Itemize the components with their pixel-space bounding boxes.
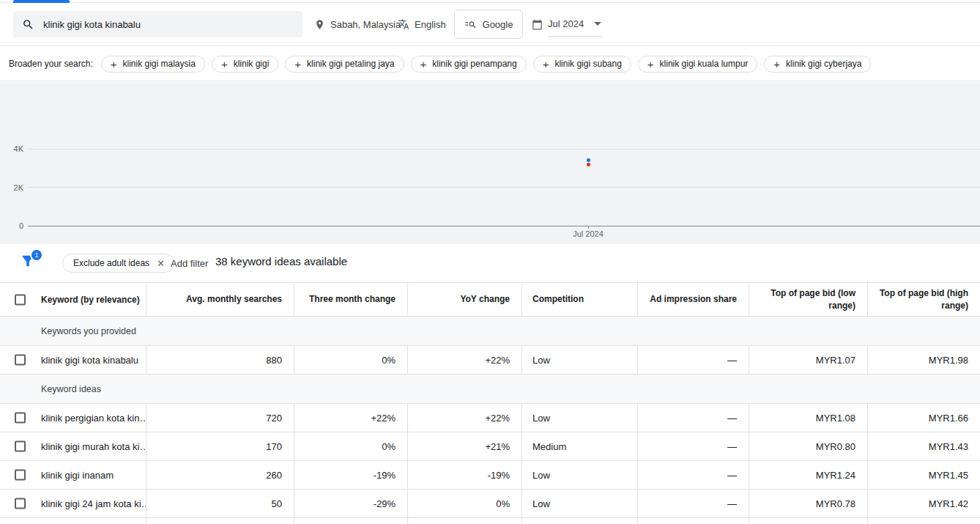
cell-value: MYR1.98 <box>929 355 968 366</box>
keyword-text[interactable]: klinik gigi 24 jam kota ki… <box>41 498 146 509</box>
row-checkbox[interactable] <box>15 355 26 366</box>
broaden-label: Broaden your search: <box>9 59 93 69</box>
plus-icon: + <box>294 59 301 70</box>
table-row: klinik gigi 24 jam kota ki…50-29%0%Low—M… <box>0 490 980 518</box>
tab-strip <box>0 0 980 3</box>
cell-value: MYR1.07 <box>816 355 855 366</box>
table-cell: Low <box>521 346 637 374</box>
column-header[interactable]: Keyword (by relevance) <box>0 283 146 316</box>
date-range-selector[interactable]: Jul 2024 <box>532 11 603 37</box>
cell-value: MYR1.08 <box>816 413 855 424</box>
keyword-text[interactable]: klinik gigi inanam <box>41 470 114 481</box>
table-cell: MYR1.42 <box>867 490 980 517</box>
column-header[interactable]: YoY change <box>407 283 521 316</box>
table-cell: MYR1.43 <box>867 432 980 460</box>
filter-chip-exclude-adult[interactable]: Exclude adult ideas ✕ <box>62 254 174 273</box>
column-header-label: YoY change <box>460 293 510 305</box>
cell-value: MYR1.43 <box>929 441 968 452</box>
keyword-text[interactable]: klinik gigi kota kinabalu <box>41 355 138 366</box>
cell-value: MYR1.42 <box>929 498 968 509</box>
row-checkbox[interactable] <box>15 498 26 509</box>
cell-value: — <box>727 441 737 452</box>
table-header-row: Keyword (by relevance)Avg. monthly searc… <box>0 282 980 317</box>
search-volume-chart: 4K2K0 Jul 2024 <box>0 82 980 244</box>
table-cell: 720 <box>146 404 294 432</box>
cell-value: 170 <box>266 441 282 452</box>
data-point-red[interactable] <box>587 163 590 166</box>
table-cell: 170 <box>146 432 294 460</box>
column-header[interactable]: Competition <box>521 283 637 316</box>
table-cell: MYR1.07 <box>749 346 867 374</box>
language-selector[interactable]: English <box>398 11 446 37</box>
cell-value: MYR1.66 <box>929 413 968 424</box>
column-header-label: Top of page bid (high range) <box>868 287 968 311</box>
translate-icon <box>398 18 409 30</box>
table-cell: Medium <box>521 432 637 460</box>
column-header[interactable]: Top of page bid (low range) <box>749 283 867 316</box>
keyword-ideas-count: 38 keyword ideas available <box>215 255 347 267</box>
table-cell: — <box>637 461 749 489</box>
broaden-chip[interactable]: +klinik gigi <box>212 56 278 73</box>
table-cell: 50 <box>146 490 294 517</box>
broaden-chip-label: klinik gigi subang <box>554 59 621 69</box>
column-header[interactable]: Ad impression share <box>637 283 749 316</box>
network-label: Google <box>483 19 513 30</box>
column-header-label: Top of page bid (low range) <box>749 287 855 311</box>
plus-icon: + <box>543 59 549 70</box>
column-header-label: Keyword (by relevance) <box>41 293 140 305</box>
column-header-label: Three month change <box>309 293 396 305</box>
column-header-label: Avg. monthly searches <box>186 293 282 305</box>
broaden-chip[interactable]: +klinik gigi subang <box>533 56 631 73</box>
keyword-text[interactable]: klinik gigi murah kota ki… <box>41 441 146 452</box>
column-header[interactable]: Three month change <box>294 283 407 316</box>
table-row: klinik gigi murah kota ki…1700%+21%Mediu… <box>0 432 980 461</box>
column-header[interactable]: Top of page bid (high range) <box>867 283 980 316</box>
table-cell: 0% <box>294 346 407 374</box>
table-cell: MYR1.66 <box>867 404 980 432</box>
column-header-label: Ad impression share <box>650 293 737 305</box>
row-checkbox[interactable] <box>15 413 26 424</box>
active-tab-indicator[interactable] <box>13 0 70 3</box>
table-row: klinik pergigian kota kin…720+22%+22%Low… <box>0 404 980 432</box>
location-selector[interactable]: Sabah, Malaysia <box>314 11 401 37</box>
cell-value: MYR1.45 <box>929 470 968 481</box>
filter-funnel-button[interactable]: 1 <box>20 253 40 273</box>
table-cell: Low <box>521 490 637 517</box>
cell-value: +22% <box>485 355 510 366</box>
row-checkbox[interactable] <box>15 441 26 452</box>
broaden-chip-label: klinik gigi cyberjaya <box>786 59 861 69</box>
table-row: klinik gigi inanam260-19%-19%Low—MYR1.24… <box>0 461 980 490</box>
filter-bar: 1 Exclude adult ideas ✕ Add filter 38 ke… <box>0 244 980 282</box>
cell-value: — <box>727 355 737 366</box>
cell-value: +22% <box>371 413 396 424</box>
keyword-text[interactable]: klinik pergigian kota kin… <box>41 413 146 424</box>
table-cell: MYR0.78 <box>749 490 867 517</box>
keyword-search-box[interactable] <box>13 11 302 37</box>
cell-value: 0% <box>382 441 396 452</box>
broaden-chip[interactable]: +klinik gigi penampang <box>411 56 527 73</box>
cell-value: — <box>727 413 737 424</box>
cell-value: +22% <box>485 413 510 424</box>
broaden-chip[interactable]: +klinik gigi cyberjaya <box>764 56 871 73</box>
plus-icon: + <box>221 59 228 70</box>
broaden-chip[interactable]: +klinik gigi petaling jaya <box>285 56 404 73</box>
broaden-chip[interactable]: +klinik gigi malaysia <box>101 56 205 73</box>
cell-value: -29% <box>374 498 396 509</box>
close-icon[interactable]: ✕ <box>157 258 165 269</box>
cell-value: 720 <box>266 413 282 424</box>
broaden-chip[interactable]: +klinik gigi kuala lumpur <box>638 56 758 73</box>
broaden-chip-label: klinik gigi penampang <box>432 59 516 69</box>
broaden-chips: +klinik gigi malaysia+klinik gigi+klinik… <box>101 56 872 73</box>
add-filter-button[interactable]: Add filter <box>171 254 208 273</box>
cell-value: +21% <box>485 441 510 452</box>
search-input[interactable] <box>43 19 285 30</box>
select-all-checkbox[interactable] <box>15 294 26 305</box>
row-checkbox[interactable] <box>15 470 26 481</box>
toolbar: Sabah, Malaysia English Google Jul 2024 <box>0 4 980 46</box>
table-cell: 0% <box>407 490 521 517</box>
column-header[interactable]: Avg. monthly searches <box>146 283 294 316</box>
section-header-row: Keywords you provided <box>0 317 980 346</box>
cell-value: 50 <box>272 498 282 509</box>
data-point-blue[interactable] <box>587 158 590 162</box>
network-selector[interactable]: Google <box>454 10 523 39</box>
